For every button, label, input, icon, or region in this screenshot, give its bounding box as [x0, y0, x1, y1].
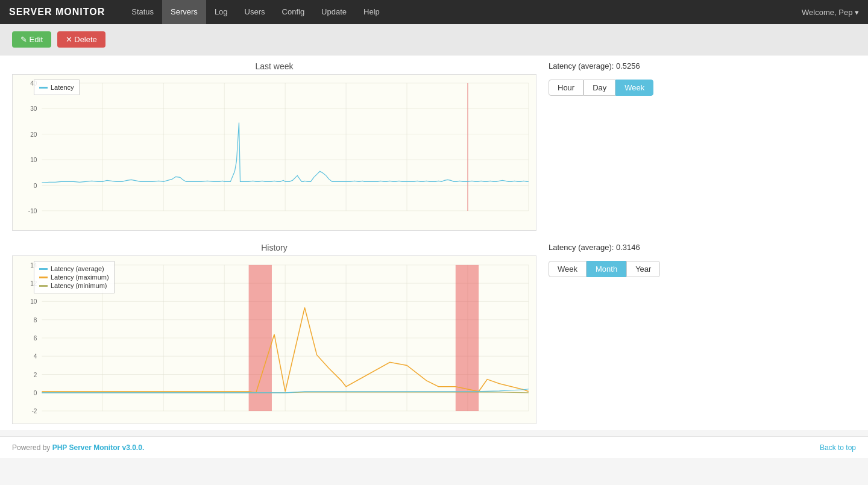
svg-rect-49: [249, 265, 272, 411]
svg-text:0: 0: [34, 183, 37, 189]
weekly-chart-section: Last week Latency: [0, 55, 868, 237]
main-content: ✎ Edit ✕ Delete Last week Latency: [0, 24, 868, 430]
history-time-buttons: Week Month Year: [549, 261, 669, 277]
weekly-svg: 40 30 20 10 0 -10: [13, 75, 536, 231]
svg-text:10: 10: [30, 157, 37, 163]
svg-text:0: 0: [34, 390, 37, 396]
history-chart-area: Latency (average) Latency (maximum) Late…: [12, 255, 536, 424]
legend-color-min: [39, 285, 48, 287]
svg-text:-10: -10: [28, 208, 37, 214]
edit-button[interactable]: ✎ Edit: [12, 31, 51, 48]
svg-text:4: 4: [34, 353, 37, 360]
legend-color-max: [39, 277, 48, 278]
svg-text:2: 2: [34, 372, 37, 378]
svg-text:10: 10: [30, 298, 37, 305]
svg-text:-2: -2: [31, 408, 37, 415]
history-chart-container: History Latency (average) Latency (maxim…: [12, 243, 536, 424]
navbar: SERVER MONITOR Status Servers Log Users …: [0, 0, 868, 24]
history-stat: Latency (average): 0.3146: [549, 243, 669, 252]
legend-item-max: Latency (maximum): [39, 274, 109, 281]
legend-item-min: Latency (minimum): [39, 282, 109, 289]
weekly-chart-container: Last week Latency: [12, 61, 536, 231]
back-to-top-link[interactable]: Back to top: [820, 443, 856, 452]
svg-text:8: 8: [34, 317, 37, 324]
footer: Powered by PHP Server Monitor v3.0.0. Ba…: [0, 436, 868, 458]
welcome-text: Welcome, Pep ▾: [802, 8, 859, 17]
nav-config[interactable]: Config: [274, 0, 313, 24]
svg-text:6: 6: [34, 335, 37, 342]
weekly-time-buttons: Hour Day Week: [549, 80, 669, 96]
weekly-legend-item: Latency: [39, 84, 74, 91]
nav-links: Status Servers Log Users Config Update H…: [123, 0, 802, 24]
footer-link[interactable]: PHP Server Monitor v3.0.0.: [52, 443, 145, 452]
hour-button[interactable]: Hour: [549, 80, 583, 96]
nav-users[interactable]: Users: [236, 0, 274, 24]
legend-item-avg: Latency (average): [39, 265, 109, 272]
brand: SERVER MONITOR: [9, 7, 105, 17]
footer-right: Back to top: [820, 443, 856, 452]
week-hist-button[interactable]: Week: [549, 261, 587, 277]
footer-text: Powered by: [12, 443, 52, 452]
year-button[interactable]: Year: [626, 261, 660, 277]
nav-status[interactable]: Status: [123, 0, 162, 24]
legend-label-min: Latency (minimum): [51, 282, 107, 289]
week-button[interactable]: Week: [615, 80, 653, 96]
svg-text:30: 30: [30, 105, 37, 112]
weekly-chart-area: Latency: [12, 74, 536, 231]
history-legend: Latency (average) Latency (maximum) Late…: [34, 261, 115, 293]
nav-log[interactable]: Log: [206, 0, 236, 24]
month-button[interactable]: Month: [587, 261, 626, 277]
legend-label-max: Latency (maximum): [51, 274, 109, 281]
weekly-chart-side: Latency (average): 0.5256 Hour Day Week: [549, 61, 669, 96]
day-button[interactable]: Day: [583, 80, 615, 96]
weekly-legend: Latency: [34, 80, 80, 95]
nav-servers[interactable]: Servers: [162, 0, 206, 24]
delete-button[interactable]: ✕ Delete: [57, 31, 105, 48]
history-chart-title: History: [12, 243, 536, 252]
legend-color-latency: [39, 87, 48, 89]
history-chart-section: History Latency (average) Latency (maxim…: [0, 237, 868, 430]
legend-color-avg: [39, 268, 48, 270]
weekly-chart-title: Last week: [12, 61, 536, 71]
nav-update[interactable]: Update: [313, 0, 355, 24]
legend-label-avg: Latency (average): [51, 265, 104, 272]
svg-text:20: 20: [30, 131, 37, 138]
history-chart-side: Latency (average): 0.3146 Week Month Yea…: [549, 243, 669, 277]
weekly-stat: Latency (average): 0.5256: [549, 61, 669, 70]
footer-left: Powered by PHP Server Monitor v3.0.0.: [12, 443, 144, 452]
nav-help[interactable]: Help: [355, 0, 388, 24]
legend-label-latency: Latency: [51, 84, 74, 91]
toolbar: ✎ Edit ✕ Delete: [0, 24, 868, 55]
